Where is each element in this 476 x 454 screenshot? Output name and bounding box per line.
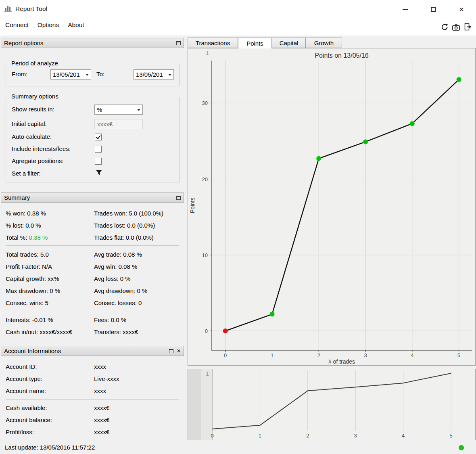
svg-text:1: 1 [206, 371, 209, 377]
report-options-header: Report options [1, 38, 184, 48]
summary-stat-total: Total %: 0.38 % [6, 233, 48, 243]
summary-stat: % lost: 0.0 % [6, 221, 41, 230]
tab-growth[interactable]: Growth [306, 38, 342, 48]
camera-icon[interactable] [452, 24, 461, 33]
summary-stat: Capital growth: xx% [6, 274, 59, 284]
show-results-value: % [97, 106, 102, 113]
section-title: Account Informations [4, 347, 166, 354]
filter-icon[interactable] [96, 170, 102, 177]
summary-stat: Consec. wins: 5 [6, 298, 48, 308]
account-value: xxxx [94, 386, 106, 396]
points-chart-canvas[interactable]: 0123450102030Points on 13/05/16# of trad… [188, 48, 475, 365]
from-date-combo[interactable]: 13/05/201 [50, 69, 91, 80]
close-button[interactable]: × [456, 4, 467, 15]
account-label: Cash available: [6, 403, 47, 413]
to-date-combo[interactable]: 13/05/201 [134, 69, 174, 80]
account-value: Live-xxxx [94, 374, 119, 384]
svg-text:10: 10 [202, 252, 208, 258]
chevron-down-icon [137, 109, 140, 111]
account-value: xxxx€ [94, 427, 109, 437]
minimize-icon [403, 9, 408, 10]
period-groupbox: Period of analyze From: 13/05/201 To: 13… [6, 64, 180, 86]
initial-capital-input[interactable] [94, 119, 143, 129]
show-results-label: Show results in: [12, 105, 54, 114]
export-icon[interactable] [464, 23, 473, 32]
auto-calculate-checkbox[interactable] [95, 134, 102, 140]
tab-transactions[interactable]: Transactions [188, 38, 238, 48]
refresh-icon[interactable] [441, 23, 450, 32]
period-legend: Period of analyze [9, 60, 60, 67]
account-label: Account type: [6, 374, 42, 384]
summary-stat: Max drawdown: 0 % [6, 286, 60, 296]
summary-stat: Interests: -0.01 % [6, 315, 53, 325]
account-label: Account balance: [6, 415, 52, 425]
float-panel-icon[interactable] [169, 349, 173, 353]
menu-options[interactable]: Options [33, 19, 63, 31]
account-value: xxxx [94, 362, 106, 372]
auto-calculate-label: Auto-calculate: [12, 132, 52, 142]
svg-text:2: 2 [317, 352, 320, 358]
float-panel-icon[interactable] [176, 196, 181, 200]
svg-text:Points: Points [189, 198, 196, 213]
account-value: xxxx€ [94, 403, 109, 413]
svg-text:3: 3 [364, 352, 367, 358]
summary-stat: Trades won: 5.0 (100.0%) [94, 209, 163, 218]
set-filter-label: Set a filter: [12, 169, 41, 178]
summary-stat: Fees: 0.0 % [94, 315, 126, 325]
window-title: Report Tool [15, 5, 47, 13]
svg-text:4: 4 [411, 352, 413, 358]
overview-chart-canvas[interactable]: 01234501 [188, 369, 475, 440]
chevron-down-icon [168, 74, 171, 76]
show-results-combo[interactable]: % [94, 105, 143, 115]
agregate-positions-label: Agregate positions: [12, 156, 63, 166]
agregate-positions-checkbox[interactable] [95, 158, 102, 165]
svg-text:1: 1 [259, 433, 261, 439]
connection-status-dot [459, 445, 464, 450]
menu-connect[interactable]: Connect [1, 19, 33, 31]
last-update-text: Last update: 13/05/2016 11:57:22 [5, 444, 95, 451]
summary-stat: Consec. losses: 0 [94, 298, 142, 308]
minimize-button[interactable] [399, 4, 411, 15]
account-divider [6, 399, 179, 400]
close-panel-icon[interactable]: × [177, 347, 181, 354]
summary-stat: Transfers: xxxx€ [94, 327, 138, 337]
to-date-value: 13/05/201 [136, 71, 163, 78]
menu-about[interactable]: About [63, 19, 89, 31]
svg-text:0: 0 [224, 352, 227, 358]
svg-text:0: 0 [205, 328, 208, 334]
to-label: To: [96, 69, 104, 79]
svg-text:3: 3 [354, 433, 357, 439]
summary-stat: Cash in/out: xxxx€/xxxx€ [6, 327, 72, 337]
svg-text:4: 4 [402, 433, 405, 439]
close-icon: × [459, 5, 464, 13]
chevron-down-icon [86, 74, 89, 76]
tab-points[interactable]: Points [238, 38, 272, 48]
report-tool-window: Report Tool × Connect Options About Repo… [0, 0, 476, 454]
summary-divider [6, 245, 179, 246]
account-label: Account name: [6, 386, 46, 396]
svg-text:1: 1 [206, 50, 209, 56]
include-interests-checkbox[interactable] [95, 146, 102, 153]
svg-text:20: 20 [202, 176, 208, 182]
summary-stat: Profit Factor: N/A [6, 262, 52, 272]
section-title: Report options [4, 40, 173, 46]
summary-stat: Avg win: 0.08 % [94, 262, 137, 272]
points-chart-panel: 0123450102030Points on 13/05/16# of trad… [188, 48, 476, 366]
maximize-button[interactable] [428, 4, 439, 15]
svg-text:2: 2 [306, 433, 309, 439]
account-label: Account ID: [6, 362, 37, 372]
tab-capital[interactable]: Capital [272, 38, 306, 48]
from-date-value: 13/05/201 [53, 71, 80, 78]
account-label: Profit/loss: [6, 427, 34, 437]
total-label: Total %: [6, 234, 27, 241]
float-panel-icon[interactable] [176, 41, 181, 45]
svg-text:1: 1 [271, 352, 273, 358]
section-title: Summary [4, 194, 173, 201]
include-interests-label: Include interests/fees: [12, 144, 71, 154]
svg-text:Points on 13/05/16: Points on 13/05/16 [315, 52, 369, 59]
summary-stat: Avg loss: 0 % [94, 274, 131, 284]
from-label: From: [12, 69, 27, 79]
svg-text:5: 5 [457, 352, 460, 358]
summary-header: Summary [1, 192, 184, 203]
app-icon [4, 4, 13, 14]
